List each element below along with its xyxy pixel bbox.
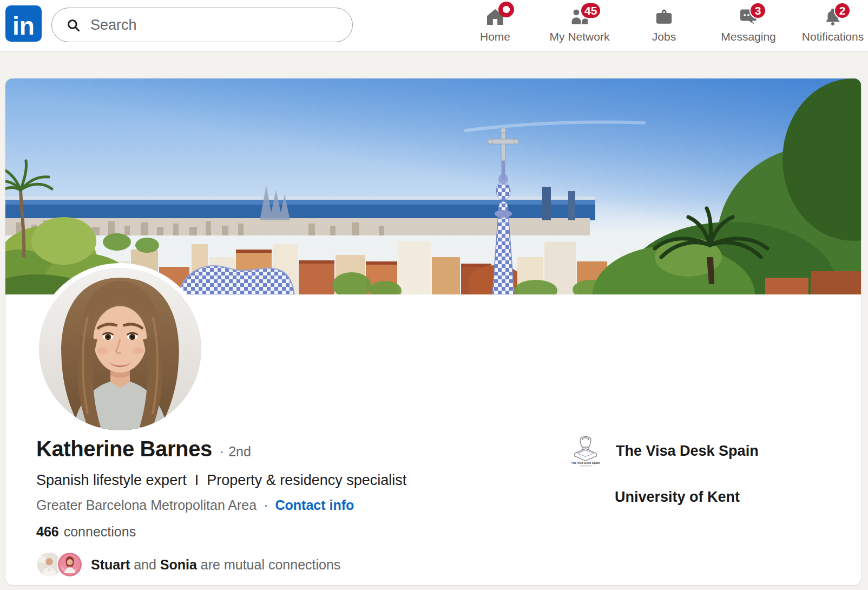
nav-item-messaging[interactable]: 3 Messaging [706,0,791,51]
mutual-connections-text: Stuart and Sonia are mutual connections [91,557,340,573]
nav-item-jobs[interactable]: Jobs [622,0,706,51]
profile-location: Greater Barcelona Metropolitan Area [36,497,257,513]
gaudi-checkered-roof [179,266,294,294]
messaging-badge: 3 [749,2,766,19]
current-company-name: The Visa Desk Spain [616,443,759,460]
profile-banner-image [5,78,862,294]
education-row[interactable]: University of Kent University of Kent [568,480,759,514]
connections-count: 466 [36,524,59,539]
nav-item-home[interactable]: Home [453,0,537,51]
connections-count-row[interactable]: 466connections [36,524,406,540]
linkedin-logo[interactable]: in [5,5,42,42]
profile-info: Katherine Barnes ·2nd Spanish lifestyle … [36,437,406,586]
search-input[interactable] [90,17,318,34]
current-company-row[interactable]: The Visa Desk Spain The Visa Desk Spain [568,434,759,468]
mutual-connections-row[interactable]: LET'S CONNECT Stuart and Sonia are mutua… [36,552,406,578]
connection-degree: ·2nd [220,444,251,460]
nav-label-jobs: Jobs [652,30,676,43]
nav-item-notifications[interactable]: 2 Notifications [791,0,868,51]
svg-text:The Visa Desk Spain: The Visa Desk Spain [571,461,600,464]
education-name: University of Kent [615,489,740,506]
nav-items: Home 45 My Network Jobs [453,0,868,51]
top-navigation-bar: in Home 45 [0,0,868,51]
nav-label-my-network: My Network [550,30,610,43]
mutual-avatar-sonia: LET'S CONNECT [57,552,83,578]
visa-desk-spain-logo: The Visa Desk Spain [568,434,603,468]
profile-highlights: The Visa Desk Spain The Visa Desk Spain … [568,434,759,514]
nav-label-home: Home [480,30,510,43]
nav-label-messaging: Messaging [721,30,776,43]
nav-label-notifications: Notifications [802,30,864,43]
profile-photo[interactable] [34,263,206,435]
contact-info-link[interactable]: Contact info [275,497,354,513]
home-notification-dot [498,2,514,17]
profile-card: Katherine Barnes ·2nd Spanish lifestyle … [5,78,862,586]
search-bar[interactable] [51,8,353,42]
nav-item-my-network[interactable]: 45 My Network [537,0,622,51]
my-network-badge: 45 [580,2,601,19]
location-separator: · [264,497,268,513]
search-icon [66,18,81,32]
profile-headline: Spanish lifestyle expert I Property & re… [36,472,406,489]
jobs-icon [655,8,673,26]
university-of-kent-logo: University of Kent [568,480,602,514]
profile-name: Katherine Barnes [36,437,212,461]
mutual-avatars: LET'S CONNECT [36,552,83,578]
connections-label: connections [64,524,136,539]
notifications-badge: 2 [834,2,851,19]
